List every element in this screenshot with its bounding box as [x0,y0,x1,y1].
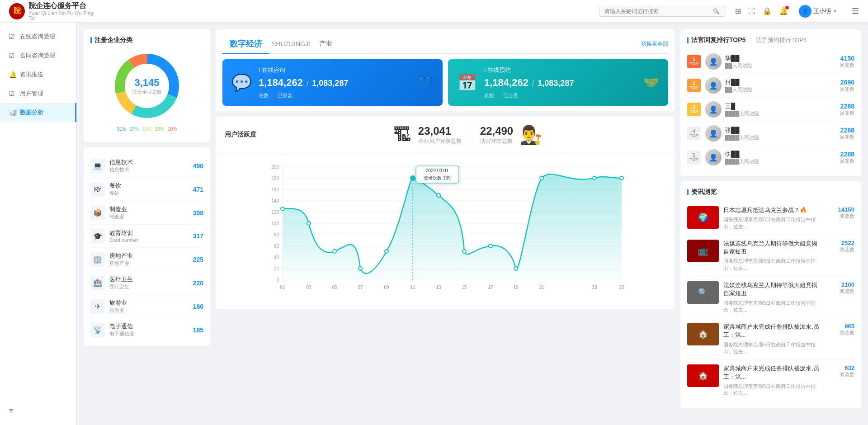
sidebar-item-contract-consult[interactable]: ☑ 合同咨询受理 [0,46,76,65]
rank-name-3: 王█ [725,102,840,110]
news-desc-2: 国务院总理李克强5日在政府工作报告中指出，过去... [723,258,823,272]
news-count-num-4: 965 [827,323,854,330]
svg-text:40: 40 [274,255,279,260]
chart-dot-5 [385,250,388,253]
judge-num: 22,490 [480,125,513,137]
svg-text:100: 100 [271,221,279,226]
industry-item-real: 🏢 房地产业 房地产业 225 [90,248,203,271]
rank-info-2: 付██ ██人民法院 [725,78,840,93]
stats-cards: 💬 I 在线咨询 1,184,262 / 1,083,287 总数 已答复 [222,59,668,106]
appt-stat-nums: 1,184,262 / 1,083,287 [484,77,637,89]
ranking-tab-appt[interactable]: 法官预约排行TOP5 [756,36,807,44]
svg-text:20: 20 [274,266,279,271]
legend-3: 13% [142,127,151,132]
search-icon[interactable]: 🔍 [713,8,720,14]
appt-labels: 总数 已会见 [484,90,637,99]
lock-icon[interactable]: 🔒 [763,7,772,15]
consult-main-num: 1,184,262 [259,77,303,89]
industry-count-it: 490 [193,162,203,170]
rank-count-label-1: 回复数 [840,62,854,68]
rank-count-label-2: 回复数 [840,86,854,92]
industry-sub-real: 房地产业 [109,260,193,267]
svg-text:0: 0 [276,278,279,283]
news-count-label-1: 阅读数 [840,213,854,219]
x-label-07: 07 [358,285,363,290]
logo-icon: 院 [9,3,25,19]
industry-item-med: 🏥 医疗卫生 医疗卫生 220 [90,271,203,295]
tab-switch-button[interactable]: 切换至全部 [641,40,668,48]
rank-count-num-4: 2288 [840,127,854,134]
chart-dot-12 [593,176,596,180]
donut-center-label: 3,145 注册企业总数 [132,77,162,95]
appt-stat-icon: 📅 [457,73,477,92]
svg-text:80: 80 [274,232,279,237]
industry-sub-telecom: 电子通信业 [109,331,193,337]
news-content-4: 家具城商户未完成任务排队被泼水,员工：第... 国务院总理李克强5日在政府工作报… [723,323,823,355]
center-top-card: 数字经济 SHUZIJINGJI 产业 切换至全部 💬 I 在线咨询 1,184… [216,29,675,111]
sidebar-collapse-button[interactable]: ≡ [0,401,76,420]
news-count-num-1: 14150 [827,206,854,213]
donut-chart: 3,145 注册企业总数 [111,50,183,122]
rank-item-4: 4 TOP 👤 张██ ████人民法院 2288 回复数 [687,122,854,146]
grid-icon[interactable]: ⊞ [735,7,741,15]
tab-industry[interactable]: 产业 [312,36,340,52]
legend-5: 10% [168,127,177,132]
news-desc-5: 国务院总理李克强5日在政府工作报告中指出，过去... [723,383,823,397]
tab-digital[interactable]: 数字经济 [222,35,269,54]
sidebar-item-online-consult[interactable]: ☑ 在线咨询受理 [0,27,76,46]
rank-badge-5: 5 TOP [687,151,701,164]
news-item-5[interactable]: 🏠 家具城商户未完成任务排队被泼水,员工：第... 国务院总理李克强5日在政府工… [687,360,854,401]
sidebar-item-user-mgmt[interactable]: ☑ 用户管理 [0,84,76,103]
rank-count-3: 2288 回复数 [840,103,854,117]
user-menu[interactable]: 👤 王小明 ▼ [799,5,837,18]
ranking-title: 法官回复排行TOP5 [687,36,745,44]
x-label-05: 05 [332,285,337,290]
rank-top-4: TOP [690,134,698,138]
sidebar-item-data-analysis[interactable]: 📊 数据分析 [0,103,76,122]
activity-header: 用户活跃度 🏗 23,041 企业用户登录总数 22,49 [216,117,675,153]
chart-dot-13 [620,176,623,180]
industry-list-card: 💻 信息技术 信息技术 490 🍽 餐饮 餐饮 471 📦 制造业 制造业 39… [84,147,210,346]
appt-stat-title: I 在线预约 [484,66,637,74]
rank-badge-4: 4 TOP [687,127,701,140]
donut-chart-wrapper: 3,145 注册企业总数 [90,50,203,122]
news-icon: 🔔 [9,71,16,78]
rank-org-1: ██人民法院 [725,62,840,69]
user-name: 王小明 [813,7,831,15]
industry-item-tour: ✈ 旅游业 旅游业 186 [90,295,203,318]
chart-dot-11 [540,176,543,180]
news-count-2: 2522 阅读数 [827,240,854,253]
industry-count-telecom: 185 [193,326,203,334]
news-thumb-1: 🌍 [687,206,719,229]
appt-stat-info: I 在线预约 1,184,262 / 1,083,287 总数 已会见 [484,66,637,99]
rank-info-5: 李██ ████人民法院 [725,150,840,165]
menu-icon[interactable]: ☰ [852,6,859,16]
bell-icon[interactable]: 🔔 [779,7,788,15]
sidebar-item-news-push[interactable]: 🔔 资讯推送 [0,65,76,84]
industry-count-real: 225 [193,256,203,263]
enterprise-classification-card: 注册企业分类 3,145 [84,29,210,142]
chart-dot-6-active [410,176,415,180]
news-item-2[interactable]: 📺 法媒连线乌克兰人期待等俄大姐竟揭自家短丑 国务院总理李克强5日在政府工作报告… [687,235,854,277]
news-item-4[interactable]: 🏠 家具城商户未完成任务排队被泼水,员工：第... 国务院总理李克强5日在政府工… [687,318,854,360]
news-item-3[interactable]: 🔍 法媒连线乌克兰人期待等俄大姐竟揭自家短丑 国务院总理李克强5日在政府工作报告… [687,277,854,318]
news-thumb-2: 📺 [687,240,719,262]
sidebar-label-contract-consult: 合同咨询受理 [20,52,55,60]
enterprise-section-title: 注册企业分类 [90,36,203,44]
tooltip-date: 2022.03.01 [426,168,448,173]
industry-list: 💻 信息技术 信息技术 490 🍽 餐饮 餐饮 471 📦 制造业 制造业 39… [90,154,203,341]
fullscreen-icon[interactable]: ⛶ [748,7,755,15]
industry-item-it: 💻 信息技术 信息技术 490 [90,154,203,178]
news-item-1[interactable]: 🌍 日本志愿兵抵达乌克兰参战？🔥 国务院总理李克强5日在政府工作报告中指出，过去… [687,202,854,235]
search-bar[interactable]: 🔍 [599,6,726,17]
rank-item-5: 5 TOP 👤 李██ ████人民法院 2288 回复数 [687,146,854,169]
search-input[interactable] [604,8,713,14]
consult-stat-info: I 在线咨询 1,184,262 / 1,083,287 总数 已答复 [259,66,411,99]
x-label-21: 21 [539,285,544,290]
chart-dot-7 [437,194,440,197]
enterprise-stat: 23,041 企业用户登录总数 [418,125,462,145]
industry-icon-food: 🍽 [90,182,105,197]
rank-org-2: ██人民法院 [725,86,840,93]
x-label-09: 09 [384,285,389,290]
rankings-list: 1 TOP 👤 胡██ ██人民法院 4150 回复数 2 TOP 👤 付██ … [687,50,854,169]
